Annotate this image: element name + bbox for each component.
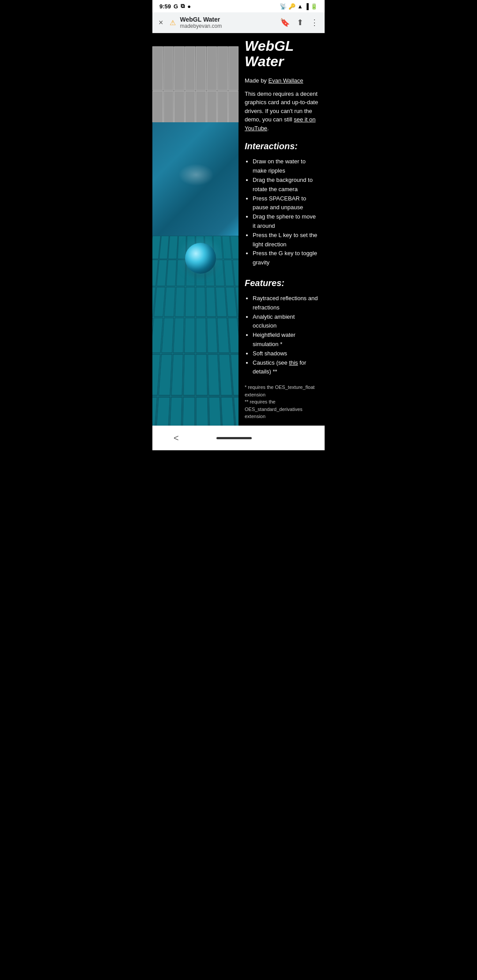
main-content: WebGL Water Made by Evan Wallace This de… — [152, 33, 325, 426]
interactions-heading: Interactions: — [245, 139, 318, 153]
share-button[interactable]: ⬆ — [295, 16, 305, 29]
list-item: Caustics (see this for details) ** — [253, 358, 318, 377]
wifi-icon: ▲ — [297, 3, 303, 10]
webgl-canvas[interactable] — [152, 33, 238, 426]
status-right: 📡 🔑 ▲ ▐ 🔋 — [280, 3, 318, 10]
close-button[interactable]: × — [157, 16, 165, 29]
signal-icon: ▐ — [305, 3, 309, 10]
status-bar: 9:59 G ⧉ ● 📡 🔑 ▲ ▐ 🔋 — [152, 0, 325, 12]
status-left: 9:59 G ⧉ ● — [159, 3, 191, 10]
list-item: Drag the background to rotate the camera — [253, 176, 318, 194]
cast-icon: 📡 — [280, 3, 287, 10]
list-item: Press SPACEBAR to pause and unpause — [253, 194, 318, 213]
status-time: 9:59 — [159, 3, 171, 10]
footnotes: * requires the OES_texture_float extensi… — [245, 384, 318, 420]
circle-icon: ● — [187, 3, 191, 10]
page-title-bar: WebGL Water — [180, 16, 274, 23]
list-item: Heightfield water simulation * — [253, 331, 318, 349]
browser-chrome: × ⚠ WebGL Water madebyevan.com 🔖 ⬆ ⋮ — [152, 12, 325, 33]
list-item: Drag the sphere to move it around — [253, 212, 318, 231]
bottom-nav: < — [152, 426, 325, 450]
list-item: Soft shadows — [253, 349, 318, 358]
features-list: Raytraced reflections and refractions An… — [245, 294, 318, 377]
key-icon: 🔑 — [288, 3, 295, 10]
browser-actions: 🔖 ⬆ ⋮ — [278, 16, 320, 29]
page-title: WebGL Water — [245, 38, 318, 69]
google-icon: G — [174, 3, 178, 10]
bookmark-button[interactable]: 🔖 — [278, 16, 292, 29]
list-item: Press the G key to toggle gravity — [253, 249, 318, 268]
info-panel: WebGL Water Made by Evan Wallace This de… — [238, 33, 325, 426]
caustics-link[interactable]: this — [289, 359, 298, 366]
list-item: Raytraced reflections and refractions — [253, 294, 318, 313]
list-item: Draw on the water to make ripples — [253, 157, 318, 176]
url-area[interactable]: WebGL Water madebyevan.com — [180, 16, 274, 29]
list-item: Analytic ambient occlusion — [253, 313, 318, 331]
water-highlight — [178, 164, 214, 186]
url-display: madebyevan.com — [180, 23, 274, 29]
water-scene — [152, 33, 238, 426]
interactions-list: Draw on the water to make ripples Drag t… — [245, 157, 318, 268]
battery-icon: 🔋 — [310, 3, 318, 10]
made-by: Made by Evan Wallace — [245, 76, 318, 85]
description-text: This demo requires a decent graphics car… — [245, 90, 318, 133]
pool-scene — [152, 46, 238, 426]
warning-icon: ⚠ — [170, 19, 176, 27]
list-item: Press the L key to set the light directi… — [253, 231, 318, 249]
features-heading: Features: — [245, 276, 318, 290]
author-link[interactable]: Evan Wallace — [268, 77, 303, 84]
copy-icon: ⧉ — [181, 3, 185, 10]
water-sphere[interactable] — [185, 243, 216, 274]
footnote-1: * requires the OES_texture_float extensi… — [245, 384, 318, 398]
footnote-2: ** requires the OES_standard_derivatives… — [245, 398, 318, 420]
more-button[interactable]: ⋮ — [309, 16, 320, 29]
home-indicator[interactable] — [216, 437, 252, 439]
back-button[interactable]: < — [170, 431, 182, 445]
